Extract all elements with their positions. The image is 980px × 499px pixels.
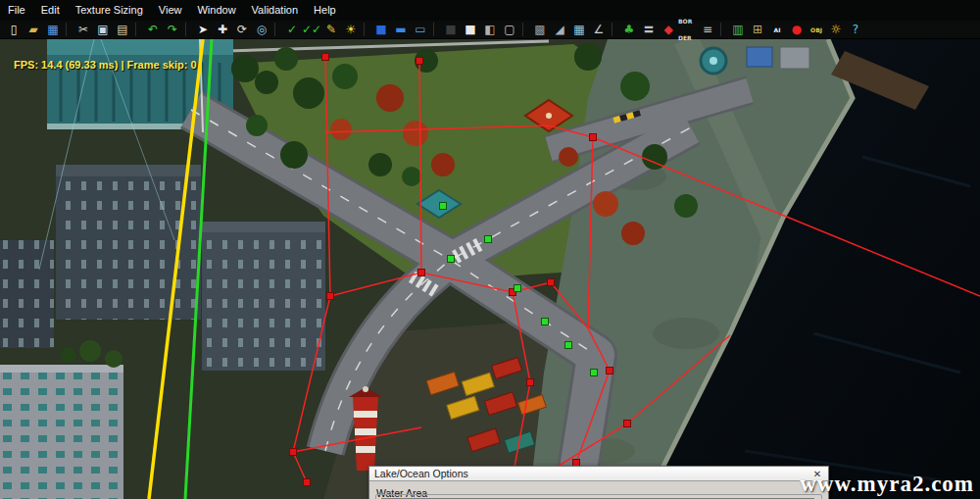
grid-snap-icon[interactable]: ⊞	[748, 22, 767, 38]
menu-view[interactable]: View	[151, 0, 190, 21]
move-object-icon[interactable]: ✚	[213, 22, 232, 38]
menu-window[interactable]: Window	[189, 0, 243, 21]
toolbar-separator	[612, 23, 619, 36]
toolbar-separator	[433, 23, 441, 36]
toolbar-separator	[720, 23, 728, 36]
angle-tool-icon[interactable]: ∠	[589, 22, 609, 38]
dialog-title: Lake/Ocean Options	[374, 468, 811, 479]
cut-icon[interactable]: ✂	[74, 22, 93, 38]
lake-ocean-options-dialog[interactable]: Lake/Ocean Options ✕ Water Area	[368, 466, 829, 499]
toolbar-separator	[522, 23, 530, 36]
object-list-icon[interactable]: OBJ	[807, 22, 826, 38]
texture-tool-icon[interactable]: ▩	[530, 22, 550, 38]
blue-shed	[747, 47, 772, 67]
toolbar-separator	[135, 23, 143, 36]
tree-tool-icon[interactable]: ♣	[619, 22, 639, 38]
flatten-terrain-icon[interactable]: ▢	[500, 22, 519, 38]
office-building-3	[0, 240, 54, 348]
help-tool-icon[interactable]: ?	[846, 22, 865, 38]
new-map-icon[interactable]: ▯	[4, 22, 24, 38]
lightbulb-icon[interactable]: ☼	[826, 22, 846, 38]
select-pointer-icon[interactable]: ➤	[193, 22, 213, 38]
menu-texture-sizing[interactable]: Texture Sizing	[68, 0, 151, 21]
toolbar-separator	[185, 23, 193, 36]
rotate-object-icon[interactable]: ⟳	[232, 22, 252, 38]
apartment-building	[0, 365, 123, 499]
verify-all-icon[interactable]: ✓✓	[302, 22, 321, 38]
team-tool-icon[interactable]: ▥	[728, 22, 748, 38]
border-tool-icon[interactable]: BOR DER	[678, 22, 698, 38]
menu-file[interactable]: File	[0, 0, 33, 21]
raise-terrain-icon[interactable]: ■	[461, 22, 480, 38]
save-map-icon[interactable]: ▦	[43, 22, 63, 38]
fountain	[701, 48, 726, 74]
open-map-icon[interactable]: ▰	[24, 22, 43, 38]
menu-validation[interactable]: Validation	[244, 0, 307, 21]
script-icon[interactable]: ≡	[698, 22, 717, 38]
map-viewport[interactable]: FPS: 14.4 (69.33 ms) | Frame skip: 0	[0, 39, 980, 499]
viewport-scene	[0, 39, 980, 499]
undo-icon[interactable]: ↶	[143, 22, 163, 38]
brush-icon[interactable]: ✎	[321, 22, 341, 38]
toolbar-separator	[364, 23, 371, 36]
paste-icon[interactable]: ▤	[113, 22, 132, 38]
ramp-tool-icon[interactable]: ◢	[550, 22, 569, 38]
toolbar: ▯▰▦✂▣▤↶↷➤✚⟳◎✓✓✓✎☀■▬▭■■◧▢▩◢▦∠♣〓◆BOR DER≡▥…	[0, 21, 980, 39]
waypoint-tool-icon[interactable]: ◆	[659, 22, 678, 38]
gray-shed	[780, 47, 809, 69]
menu-help[interactable]: Help	[306, 0, 344, 21]
grid-icon[interactable]: ▦	[569, 22, 589, 38]
water-tool-icon[interactable]: ■	[371, 22, 391, 38]
toolbar-separator	[66, 23, 74, 36]
toolbar-separator	[274, 23, 282, 36]
zoom-tool-icon[interactable]: ◎	[252, 22, 271, 38]
ocean-tool-icon[interactable]: ▬	[391, 22, 411, 38]
office-building-2	[202, 222, 325, 371]
ai-tool-icon[interactable]: AI	[767, 22, 787, 38]
redo-icon[interactable]: ↷	[163, 22, 182, 38]
worldbuilder-window: { "menu_bar": { "items": [ {"name": "men…	[0, 0, 980, 499]
smooth-terrain-icon[interactable]: ◧	[480, 22, 500, 38]
river-tool-icon[interactable]: ▭	[411, 22, 430, 38]
sun-light-icon[interactable]: ☀	[341, 22, 361, 38]
dialog-titlebar[interactable]: Lake/Ocean Options ✕	[369, 467, 828, 481]
road-tool-icon[interactable]: 〓	[639, 22, 659, 38]
menu-bar: FileEditTexture SizingViewWindowValidati…	[0, 0, 980, 22]
watermark-text: www.myra2.com	[800, 472, 974, 497]
dialog-body: Water Area	[369, 481, 828, 499]
copy-icon[interactable]: ▣	[93, 22, 113, 38]
lower-terrain-icon[interactable]: ■	[441, 22, 461, 38]
menu-edit[interactable]: Edit	[33, 0, 68, 21]
verify-icon[interactable]: ✓	[282, 22, 302, 38]
record-icon[interactable]: ●	[787, 22, 807, 38]
fps-counter: FPS: 14.4 (69.33 ms) | Frame skip: 0	[14, 59, 197, 71]
